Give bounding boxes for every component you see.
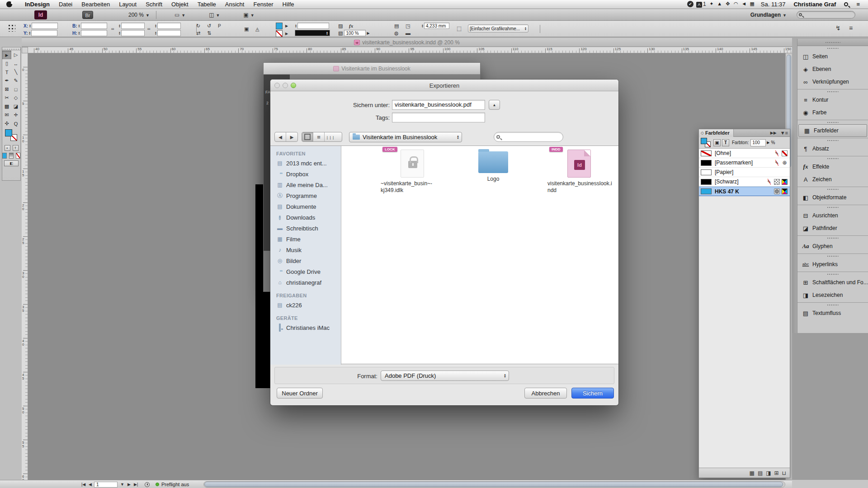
apply-gradient-button[interactable] (9, 153, 14, 159)
workspace-switcher[interactable]: Grundlagen▼ (750, 12, 787, 18)
y-field[interactable] (31, 30, 57, 36)
tool-palette-grip[interactable] (2, 47, 20, 51)
sidebar-item-downloads[interactable]: ↓Downloads (270, 212, 341, 223)
menu-tabelle[interactable]: Tabelle (193, 1, 221, 8)
tool-fill-stroke-proxy[interactable] (2, 128, 20, 144)
history-icon[interactable] (145, 482, 150, 487)
dialog-search-field[interactable] (494, 132, 563, 142)
google-drive-icon[interactable]: ▲ (716, 1, 724, 8)
dropbox-icon[interactable]: ✦ (708, 1, 716, 8)
menu-datei[interactable]: Datei (54, 1, 77, 8)
sidebar-item-christianegraf[interactable]: ⌂christianegraf (270, 277, 341, 288)
rectangle-frame-tool[interactable]: ⊠ (2, 85, 11, 94)
dock-item-ebenen[interactable]: ◈Ebenen (797, 63, 868, 75)
sync-check-icon[interactable]: ✔ (686, 1, 695, 8)
menu-layout[interactable]: Layout (114, 1, 141, 8)
previous-page-button[interactable]: ◀ (89, 481, 92, 488)
document-tab-title[interactable]: visitenkarte_businesslook.indd @ 200 % (362, 39, 460, 46)
apple-menu-icon[interactable] (6, 1, 12, 7)
dock-group-handle[interactable] (797, 46, 868, 50)
stroke-color-swatch[interactable] (276, 30, 283, 37)
file-item-folder[interactable]: Logo (453, 150, 534, 183)
sidebar-item-filme[interactable]: ▦Filme (270, 234, 341, 244)
app-search-field[interactable] (797, 11, 855, 19)
formatting-affects-text-icon[interactable]: T (722, 139, 729, 146)
dock-item-zeichen[interactable]: AZeichen (797, 173, 868, 186)
horizontal-ruler[interactable]: 4045505560657075808590951001051101151201… (28, 47, 792, 53)
fill-color-swatch[interactable] (276, 23, 283, 29)
horizontal-scrollbar-thumb[interactable] (204, 482, 783, 487)
ruler-corner[interactable] (22, 47, 28, 53)
pen-tool[interactable]: ✒ (2, 76, 11, 85)
swatch-row-schwarz[interactable]: [Schwarz] (699, 177, 790, 187)
menu-hilfe[interactable]: Hilfe (278, 1, 299, 8)
sidebar-item-musik[interactable]: ♪Musik (270, 244, 341, 255)
corner-options-icon[interactable] (457, 25, 462, 32)
scale-y-field[interactable] (121, 30, 145, 36)
swatch-row-passermarken[interactable]: [Passermarken] (699, 158, 790, 168)
dock-header[interactable] (797, 39, 868, 46)
new-folder-button[interactable]: Neuer Ordner (277, 388, 323, 399)
hand-tool[interactable]: ✣ (2, 119, 11, 128)
dock-item-effekte[interactable]: fxEffekte (797, 160, 868, 173)
reference-point-proxy[interactable] (7, 24, 15, 31)
swatch-row-papier[interactable]: [Papier] (699, 168, 790, 177)
menu-indesign[interactable]: InDesign (20, 1, 54, 8)
dock-item-kontur[interactable]: ≡Kontur (797, 94, 868, 106)
transparency-icon[interactable]: ▨ (338, 23, 343, 29)
dialog-titlebar[interactable]: Exportieren (270, 80, 618, 91)
next-page-button[interactable]: ▶ (127, 481, 131, 488)
menu-schrift[interactable]: Schrift (141, 1, 167, 8)
dock-item-glyphen[interactable]: AaGlyphen (797, 240, 868, 253)
dock-group-handle[interactable] (797, 156, 868, 160)
dock-item-verknüpfungen[interactable]: ∞Verknüpfungen (797, 75, 868, 88)
line-tool[interactable]: ╲ (11, 68, 20, 76)
delete-swatch-icon[interactable]: ⊔ (782, 470, 786, 476)
sidebar-item-schreibtisch[interactable]: ▬Schreibtisch (270, 223, 341, 234)
dock-item-textumfluss[interactable]: ▤Textumfluss (797, 307, 868, 319)
formatting-affects-container-icon[interactable]: ▣ (713, 139, 721, 146)
panel-fill-stroke-proxy[interactable] (700, 137, 712, 148)
rectangle-tool[interactable]: □ (11, 85, 20, 94)
dock-item-seiten[interactable]: ◫Seiten (797, 50, 868, 63)
page-tool[interactable]: ▯ (2, 59, 11, 68)
dock-group-handle[interactable] (797, 205, 868, 209)
select-content-icon[interactable] (255, 26, 259, 32)
flip-vertical-icon[interactable] (207, 30, 211, 36)
wrap-options-icon[interactable] (394, 30, 399, 36)
apply-color-button[interactable] (2, 153, 7, 159)
sidebar-item-alle-meine-da-[interactable]: ▥Alle meine Da... (270, 179, 341, 190)
gradient-tool[interactable]: ▩ (2, 102, 11, 111)
x-field[interactable] (32, 23, 58, 29)
volume-icon[interactable]: ◄ (740, 1, 748, 8)
swatches-panel-header[interactable]: ◇Farbfelder ▶▶ ▼≡ (699, 129, 790, 137)
quick-apply-icon[interactable] (835, 25, 841, 31)
spotlight-icon[interactable] (844, 2, 848, 6)
show-gradient-swatches-icon[interactable]: ◨ (766, 470, 771, 476)
width-field[interactable] (81, 23, 107, 29)
dock-group-handle[interactable] (797, 120, 868, 124)
menu-ansicht[interactable]: Ansicht (221, 1, 249, 8)
current-folder-dropdown[interactable]: Visitenkarte im Businesslook ▲▼ (349, 132, 462, 142)
type-tool[interactable]: T (2, 68, 11, 76)
sidebar-item-ck226[interactable]: ▤ck226 (270, 300, 341, 310)
panel-menu-icon[interactable]: ▼≡ (780, 130, 788, 136)
scissors-tool[interactable]: ✂ (2, 94, 11, 102)
effects-icon[interactable] (349, 23, 353, 29)
control-panel-menu-icon[interactable] (849, 25, 853, 31)
dock-group-handle[interactable] (797, 303, 868, 307)
horizontal-scrollbar[interactable] (203, 481, 785, 488)
object-style-dropdown[interactable]: [Einfacher Grafikrahme...▲▼ (468, 24, 528, 33)
select-container-icon[interactable] (244, 26, 249, 32)
file-item-lock[interactable]: LOCK~visitenkarte_busin~-kj349.idlk (372, 150, 453, 194)
default-fill-stroke-icon[interactable]: ▪ (5, 145, 10, 151)
screen-mode-dropdown[interactable]: ▼ (209, 12, 220, 18)
corner-radius-field[interactable]: 4,233 mm (424, 23, 449, 29)
pencil-tool[interactable]: ✎ (11, 76, 20, 85)
dock-item-lesezeichen[interactable]: ◨Lesezeichen (797, 289, 868, 301)
new-swatch-icon[interactable]: ⊞ (774, 470, 779, 476)
column-view-button[interactable] (325, 132, 336, 141)
dock-group-handle[interactable] (797, 138, 868, 142)
dock-group-handle[interactable] (797, 236, 868, 240)
gradient-feather-tool[interactable]: ◪ (11, 102, 20, 111)
